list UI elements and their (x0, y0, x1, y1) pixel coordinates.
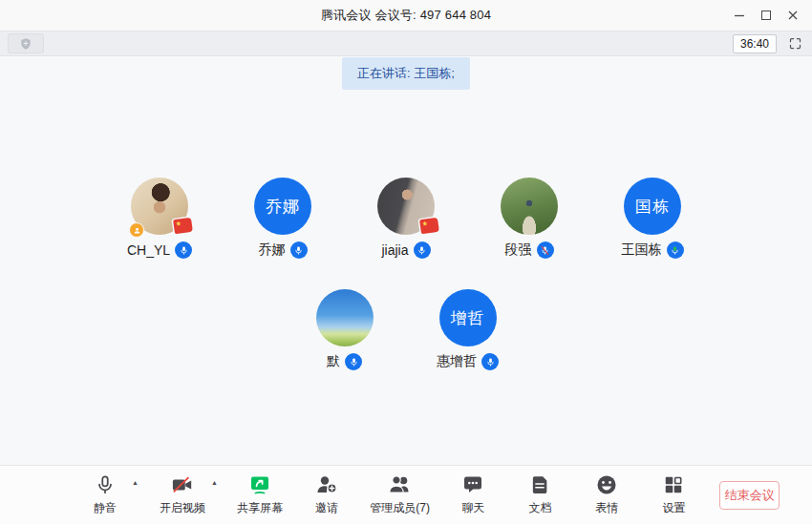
participant-name-row: CH_YL (127, 241, 192, 259)
shield-plus-icon (19, 37, 32, 51)
manage-members-label: 管理成员(7) (370, 500, 430, 516)
avatar: ★ (131, 178, 188, 235)
fullscreen-icon (788, 36, 802, 51)
emoji-button[interactable]: 表情 (586, 473, 628, 516)
emoji-icon (595, 473, 618, 496)
topbar-right: 36:40 (733, 34, 804, 53)
avatar (501, 178, 558, 235)
maximize-icon (761, 10, 771, 20)
close-button[interactable] (780, 2, 806, 29)
mute-label: 静音 (94, 500, 117, 516)
maximize-button[interactable] (753, 2, 780, 29)
participant-name: 王国栋 (622, 241, 662, 259)
participant-name-row: jiajia (381, 241, 430, 259)
members-icon (388, 473, 413, 496)
settings-icon (663, 473, 684, 496)
start-video-label: 开启视频 (160, 500, 205, 516)
mic-on-icon (414, 241, 431, 259)
invite-icon (315, 473, 338, 496)
mute-group: 静音 ▲ (84, 473, 160, 516)
security-button[interactable] (8, 33, 44, 53)
participant-name-row: 默 (327, 353, 362, 370)
participant-name-row: 乔娜 (259, 241, 308, 259)
participants-grid: ★ CH_YL 乔娜 乔娜 (98, 178, 715, 370)
avatar: 增哲 (439, 289, 497, 346)
settings-button[interactable]: 设置 (652, 473, 694, 516)
title-bar: 腾讯会议 会议号: 497 644 804 (0, 0, 812, 31)
minimize-button[interactable] (726, 2, 753, 29)
invite-label: 邀请 (315, 500, 338, 516)
avatar: 乔娜 (254, 178, 311, 235)
close-icon (787, 10, 799, 21)
member-badge-icon (129, 222, 144, 238)
meeting-toolbar: 静音 ▲ 开启视频 ▲ 共享屏幕 邀请 (0, 465, 812, 524)
chat-button[interactable]: 聊天 (452, 473, 494, 516)
participant-tile[interactable]: 段强 (468, 178, 591, 259)
settings-label: 设置 (662, 500, 685, 516)
minimize-icon (734, 10, 745, 21)
participant-name: 乔娜 (259, 241, 286, 259)
participant-tile[interactable]: 国栋 王国栋 (591, 178, 715, 259)
share-screen-button[interactable]: 共享屏幕 (239, 473, 281, 516)
window-title: 腾讯会议 会议号: 497 644 804 (321, 7, 491, 24)
participant-name-row: 王国栋 (622, 241, 684, 259)
mic-on-icon (290, 241, 308, 259)
participant-tile[interactable]: 默 (283, 289, 406, 370)
mic-speaking-icon (667, 241, 684, 259)
mute-button[interactable]: 静音 (84, 473, 126, 516)
participant-name: 默 (327, 353, 340, 370)
meeting-window: 腾讯会议 会议号: 497 644 804 36:40 (0, 0, 812, 524)
avatar: ★ (377, 178, 435, 235)
mic-options-caret-icon[interactable]: ▲ (132, 479, 139, 486)
participants-row-2: 默 增哲 惠增哲 (98, 289, 715, 370)
docs-label: 文档 (528, 500, 551, 516)
participants-row-1: ★ CH_YL 乔娜 乔娜 (98, 178, 715, 259)
chat-icon (461, 473, 484, 496)
mic-on-icon (175, 241, 192, 259)
share-screen-label: 共享屏幕 (237, 500, 283, 516)
mic-muted-icon (537, 241, 554, 259)
start-video-button[interactable]: 开启视频 (160, 473, 205, 516)
emoji-label: 表情 (595, 500, 618, 516)
fullscreen-button[interactable] (785, 34, 804, 53)
video-options-caret-icon[interactable]: ▲ (211, 479, 218, 486)
avatar (316, 289, 374, 346)
participant-tile[interactable]: ★ jiajia (345, 178, 468, 259)
participant-name: CH_YL (127, 242, 170, 258)
chat-label: 聊天 (461, 500, 484, 516)
participant-name: jiajia (381, 242, 408, 258)
meeting-timer: 36:40 (733, 34, 777, 53)
video-group: 开启视频 ▲ (160, 473, 239, 516)
participant-tile[interactable]: 乔娜 乔娜 (222, 178, 345, 259)
participant-name-row: 惠增哲 (437, 353, 499, 370)
docs-button[interactable]: 文档 (519, 473, 561, 516)
meeting-status-bar: 36:40 (0, 31, 812, 56)
mic-on-icon (481, 353, 499, 370)
participant-name: 段强 (505, 241, 532, 259)
now-speaking-banner: 正在讲话: 王国栋; (342, 57, 470, 90)
microphone-icon (95, 473, 116, 496)
participant-name: 惠增哲 (437, 353, 477, 370)
invite-button[interactable]: 邀请 (306, 473, 348, 516)
manage-members-button[interactable]: 管理成员(7) (373, 473, 428, 516)
participant-name-row: 段强 (505, 241, 554, 259)
camera-off-icon (170, 473, 195, 496)
document-icon (529, 473, 550, 496)
window-controls (726, 0, 806, 31)
china-flag-badge-icon: ★ (419, 218, 439, 234)
end-meeting-button[interactable]: 结束会议 (719, 481, 780, 510)
screen-share-icon (248, 473, 271, 496)
participant-tile[interactable]: 增哲 惠增哲 (406, 289, 529, 370)
china-flag-badge-icon: ★ (173, 218, 193, 234)
participant-tile[interactable]: ★ CH_YL (98, 178, 222, 259)
main-area: 正在讲话: 王国栋; ★ CH_YL (0, 56, 812, 465)
mic-on-icon (345, 353, 362, 370)
avatar: 国栋 (624, 178, 681, 235)
